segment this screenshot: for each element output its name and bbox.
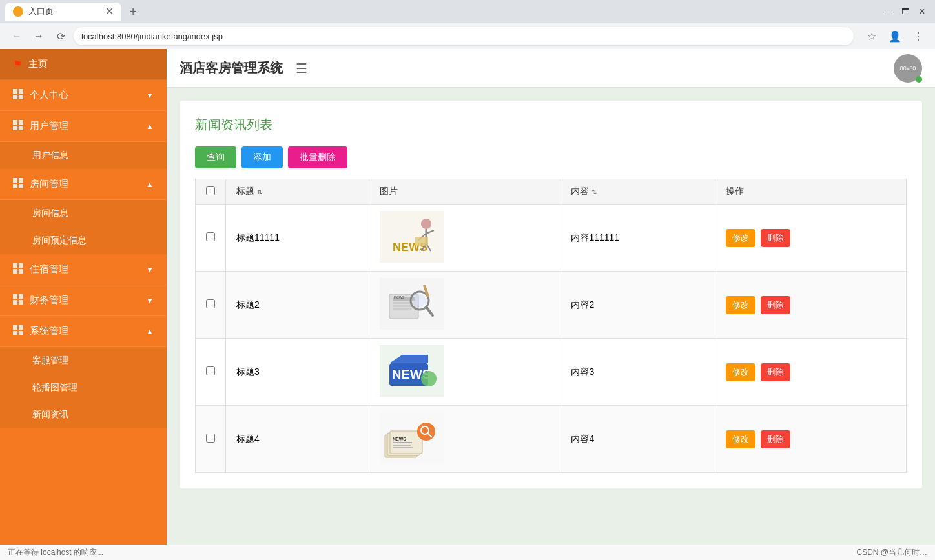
grid-icon-personal [13,89,23,101]
sidebar-item-customer-service[interactable]: 客服管理 [0,347,167,374]
sidebar-item-room-booking[interactable]: 房间预定信息 [0,227,167,254]
table-row: 标题2 [196,272,907,339]
sidebar-sub-label-room-info: 房间信息 [32,208,68,219]
row-checkbox-2[interactable] [206,299,215,308]
svg-rect-38 [393,308,411,310]
svg-rect-16 [13,294,17,299]
sidebar-sub-label-carousel: 轮播图管理 [32,382,77,394]
cell-title-1: 标题11111 [226,205,369,272]
edit-button-4[interactable]: 修改 [726,430,755,448]
row-checkbox-3[interactable] [206,366,215,375]
cell-image-1: NEWS [369,205,560,272]
back-button[interactable]: ← [8,27,26,45]
minimize-button[interactable]: — [881,4,896,19]
account-button[interactable]: 👤 [886,27,904,45]
cell-content-3: 内容3 [560,339,715,406]
svg-rect-12 [13,263,17,268]
menu-toggle-button[interactable]: ☰ [296,61,307,76]
col-content: 内容 ⇅ [560,179,715,205]
arrow-user: ▲ [146,122,154,131]
sidebar-item-user-info[interactable]: 用户信息 [0,142,167,169]
avatar-status-dot [916,76,922,83]
svg-rect-37 [393,305,413,307]
sort-content-icon[interactable]: ⇅ [591,188,597,195]
header-title: 酒店客房管理系统 [180,59,283,77]
table-row: 标题4 NEWS [196,406,907,473]
avatar[interactable]: 80x80 [894,54,922,83]
sidebar-item-finance-mgmt[interactable]: 财务管理 ▼ [0,285,167,316]
cell-image-4: NEWS [369,406,560,473]
sidebar-item-finance-mgmt-label: 财务管理 [30,294,146,306]
main-content: 新闻资讯列表 查询 添加 批量删除 标题 [167,88,935,560]
sidebar-sub-label-room-booking: 房间预定信息 [32,235,87,246]
sidebar-item-news[interactable]: 新闻资讯 [0,401,167,428]
news-image-3: NEWS [380,345,444,397]
sidebar-item-personal-label: 个人中心 [30,89,146,101]
grid-icon-system [13,325,23,337]
arrow-finance: ▼ [146,296,154,305]
svg-rect-13 [19,263,23,268]
cell-image-3: NEWS [369,339,560,406]
svg-point-47 [421,371,437,386]
delete-button-1[interactable]: 删除 [761,229,790,247]
maximize-button[interactable]: 🗖 [898,4,913,19]
svg-rect-0 [13,89,17,94]
sidebar-item-system-mgmt[interactable]: 系统管理 ▲ [0,316,167,347]
sidebar-item-home[interactable]: ⚑ 主页 [0,49,167,80]
row-checkbox-4[interactable] [206,434,215,443]
status-bar-left: 正在等待 localhost 的响应... [8,547,103,558]
page-title: 新闻资讯列表 [195,116,907,134]
sidebar-item-user-mgmt[interactable]: 用户管理 ▲ [0,111,167,142]
grid-icon-room [13,178,23,190]
sidebar-item-stay-mgmt[interactable]: 住宿管理 ▼ [0,254,167,285]
edit-button-2[interactable]: 修改 [726,296,755,314]
add-button[interactable]: 添加 [241,146,283,168]
svg-point-26 [421,219,431,229]
table-row: 标题3 NEWS [196,339,907,406]
svg-text:news: news [394,295,405,299]
new-tab-button[interactable]: + [124,3,142,21]
svg-rect-18 [13,300,17,305]
tab-favicon [13,6,23,17]
delete-button-4[interactable]: 删除 [761,430,790,448]
cell-content-1: 内容111111 [560,205,715,272]
row-checkbox-1[interactable] [206,232,215,241]
select-all-checkbox[interactable] [206,186,215,195]
delete-button-2[interactable]: 删除 [761,296,790,314]
svg-rect-21 [19,325,23,330]
svg-rect-9 [19,178,23,183]
sidebar-item-room-info[interactable]: 房间信息 [0,200,167,227]
batch-delete-button[interactable]: 批量删除 [288,146,347,168]
arrow-system: ▲ [146,327,154,336]
delete-button-3[interactable]: 删除 [761,363,790,381]
arrow-room: ▲ [146,180,154,189]
edit-button-1[interactable]: 修改 [726,229,755,247]
svg-rect-36 [393,302,412,304]
cell-action-2: 修改 删除 [715,272,907,339]
forward-button[interactable]: → [30,27,48,45]
action-bar: 查询 添加 批量删除 [195,146,907,168]
sidebar-sub-label-cs: 客服管理 [32,355,68,366]
close-window-button[interactable]: ✕ [914,4,930,19]
sidebar-item-carousel[interactable]: 轮播图管理 [0,374,167,401]
cell-title-2: 标题2 [226,272,369,339]
menu-button[interactable]: ⋮ [909,27,927,45]
bookmark-button[interactable]: ☆ [863,27,881,45]
sidebar-item-room-mgmt[interactable]: 房间管理 ▲ [0,169,167,200]
reload-button[interactable]: ⟳ [52,27,70,45]
avatar-text: 80x80 [900,65,916,72]
table-row: 标题11111 NEWS [196,205,907,272]
sidebar-item-personal[interactable]: 个人中心 ▼ [0,80,167,111]
sidebar-item-stay-mgmt-label: 住宿管理 [30,263,146,275]
grid-icon-user [13,120,23,132]
svg-rect-7 [19,126,23,130]
query-button[interactable]: 查询 [195,146,236,168]
edit-button-3[interactable]: 修改 [726,363,755,381]
svg-rect-32 [415,237,428,246]
sort-title-icon[interactable]: ⇅ [257,188,262,195]
sidebar: ⚑ 主页 个人中心 ▼ 用户管理 ▲ 用户信息 房间管理 [0,49,167,560]
tab-close-button[interactable]: ✕ [105,6,114,17]
svg-rect-54 [393,442,412,443]
address-bar[interactable] [74,27,854,45]
browser-tab[interactable]: 入口页 ✕ [5,3,121,21]
